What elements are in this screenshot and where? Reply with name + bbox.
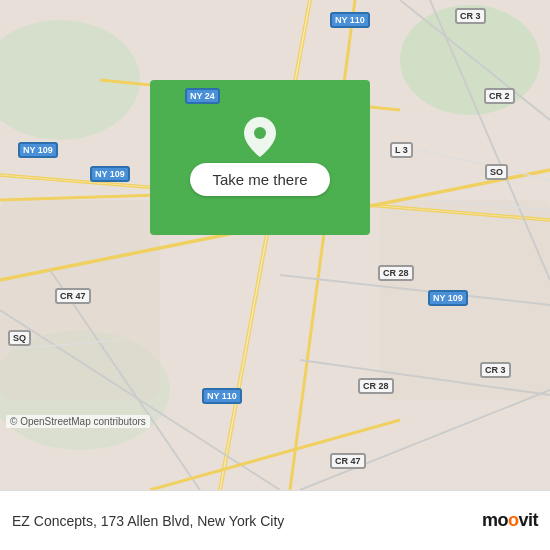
road-badge-so-right: SO	[485, 164, 508, 180]
road-badge-ny109-left: NY 109	[18, 142, 58, 158]
road-badge-l3: L 3	[390, 142, 413, 158]
road-badge-cr3-bot: CR 3	[480, 362, 511, 378]
road-badge-cr47-bot: CR 47	[330, 453, 366, 469]
road-badge-cr2: CR 2	[484, 88, 515, 104]
road-badge-cr28-center: CR 28	[378, 265, 414, 281]
location-overlay: Take me there	[150, 80, 370, 235]
road-badge-ny109-mid: NY 109	[90, 166, 130, 182]
map-container[interactable]: Take me there NY 110 CR 3 NY 24 CR 2 NY …	[0, 0, 550, 490]
moovit-logo: moovit	[482, 510, 538, 531]
take-me-there-button[interactable]: Take me there	[190, 163, 329, 196]
road-badge-ny24: NY 24	[185, 88, 220, 104]
location-pin-icon	[242, 119, 278, 155]
road-badge-sq-left: SQ	[8, 330, 31, 346]
road-badge-ny110-bot: NY 110	[202, 388, 242, 404]
road-badge-cr3-top: CR 3	[455, 8, 486, 24]
svg-point-26	[254, 127, 266, 139]
moovit-dot: o	[508, 510, 519, 530]
address-text: EZ Concepts, 173 Allen Blvd, New York Ci…	[12, 513, 482, 529]
road-badge-cr28-bot: CR 28	[358, 378, 394, 394]
road-badge-cr47-left: CR 47	[55, 288, 91, 304]
footer-bar: EZ Concepts, 173 Allen Blvd, New York Ci…	[0, 490, 550, 550]
osm-attribution: © OpenStreetMap contributors	[6, 415, 150, 428]
road-badge-ny110-top: NY 110	[330, 12, 370, 28]
road-badge-ny109-right: NY 109	[428, 290, 468, 306]
